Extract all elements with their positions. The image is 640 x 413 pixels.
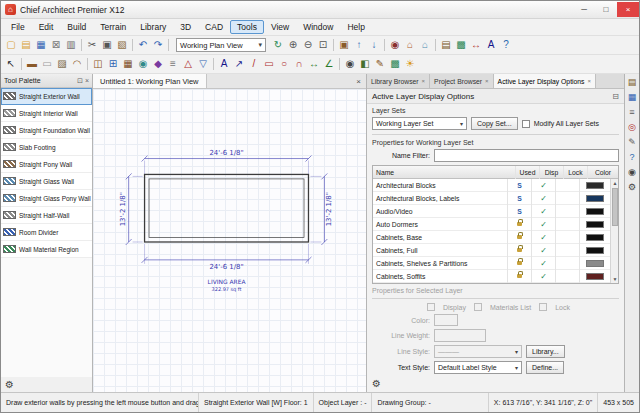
line-style-select[interactable]: ——— ▾ — [434, 345, 522, 358]
palette-item-straight-foundation-wall[interactable]: Straight Foundation Wall — [1, 122, 92, 139]
layer-display-cell[interactable]: ✓ — [532, 179, 556, 192]
zoom-in-icon[interactable]: ⊕ — [286, 38, 300, 53]
palette-item-straight-glass-wall[interactable]: Straight Glass Wall — [1, 173, 92, 190]
perspective-view-icon[interactable]: ⌂ — [403, 38, 417, 53]
material-eyedropper-icon[interactable]: ▩ — [388, 57, 402, 72]
dimension-tool-icon[interactable]: ↔ — [307, 57, 321, 72]
layer-lock-cell[interactable] — [556, 192, 580, 205]
layer-display-cell[interactable]: ✓ — [532, 244, 556, 257]
camera-view-icon[interactable]: ◉ — [388, 38, 402, 53]
rail-project-icon[interactable]: ▦ — [628, 93, 637, 102]
document-tab[interactable]: Untitled 1: Working Plan View — [93, 74, 207, 88]
menu-file[interactable]: File — [4, 20, 32, 34]
layer-lock-cell[interactable] — [556, 205, 580, 218]
select-objects-icon[interactable]: ↖ — [4, 57, 18, 72]
cut-icon[interactable]: ✂ — [85, 38, 99, 53]
layer-display-cell[interactable]: ✓ — [532, 231, 556, 244]
rail-layers-icon[interactable]: ≡ — [629, 108, 634, 117]
palette-item-straight-glass-pony-wall[interactable]: Straight Glass Pony Wall — [1, 190, 92, 207]
close-view-icon[interactable]: ⊠ — [49, 38, 63, 53]
furniture-tool-icon[interactable]: ◆ — [151, 57, 165, 72]
print-icon[interactable]: ▥ — [64, 38, 78, 53]
angle-dimension-icon[interactable]: ∠ — [322, 57, 336, 72]
layer-color-cell[interactable] — [580, 270, 610, 283]
curved-wall-icon[interactable]: ◠ — [70, 57, 84, 72]
palette-close-icon[interactable]: × — [85, 77, 89, 84]
library-icon[interactable]: ▤ — [439, 38, 453, 53]
sun-angle-icon[interactable]: ☀ — [403, 57, 417, 72]
rail-target-icon[interactable]: ◎ — [628, 123, 636, 132]
layer-lock-cell[interactable] — [556, 244, 580, 257]
layer-lock-cell[interactable] — [556, 231, 580, 244]
pin-icon[interactable]: ⊡ — [77, 77, 83, 85]
header-color[interactable]: Color — [588, 166, 618, 179]
layer-color-cell[interactable] — [580, 192, 610, 205]
layer-row[interactable]: Architectural Blocks, LabelsS✓ — [373, 192, 610, 205]
straight-wall-icon[interactable]: ▬ — [25, 57, 39, 72]
roof-tool-icon[interactable]: △ — [181, 57, 195, 72]
layer-lock-cell[interactable] — [556, 218, 580, 231]
layer-row[interactable]: Audio/VideoS✓ — [373, 205, 610, 218]
tab-project-browser[interactable]: Project Browser× — [430, 74, 494, 88]
layer-color-cell[interactable] — [580, 257, 610, 270]
menu-view[interactable]: View — [264, 20, 296, 34]
tab-close-icon[interactable]: × — [422, 78, 426, 84]
header-name[interactable]: Name — [373, 166, 516, 179]
maximize-button[interactable]: □ — [595, 2, 617, 17]
floor-up-icon[interactable]: ↑ — [352, 38, 366, 53]
palette-item-straight-exterior-wall[interactable]: Straight Exterior Wall — [1, 88, 92, 105]
palette-item-slab-footing[interactable]: Slab Footing — [1, 139, 92, 156]
dimension-icon[interactable]: ↔ — [469, 38, 483, 53]
menu-window[interactable]: Window — [296, 20, 340, 34]
layer-row[interactable]: Cabinets, Base✓ — [373, 231, 610, 244]
header-disp[interactable]: Disp — [540, 166, 564, 179]
rail-settings-icon[interactable]: ⚙ — [628, 183, 636, 192]
refresh-view-icon[interactable]: ↻ — [271, 38, 285, 53]
menu-build[interactable]: Build — [60, 20, 93, 34]
zoom-out-icon[interactable]: ⊖ — [301, 38, 315, 53]
scroll-down-icon[interactable]: ▼ — [611, 275, 619, 283]
layer-display-cell[interactable]: ✓ — [532, 257, 556, 270]
help-icon[interactable]: ? — [499, 38, 513, 53]
layer-lock-cell[interactable] — [556, 257, 580, 270]
cad-circle-icon[interactable]: ○ — [277, 57, 291, 72]
camera-tool-icon[interactable]: ◉ — [343, 57, 357, 72]
floor-down-icon[interactable]: ↓ — [367, 38, 381, 53]
cad-box-icon[interactable]: ▭ — [262, 57, 276, 72]
layer-color-cell[interactable] — [580, 244, 610, 257]
interior-wall-icon[interactable]: ▭ — [40, 57, 54, 72]
text-tool-icon[interactable]: A — [217, 57, 231, 72]
elevation-tool-icon[interactable]: ◧ — [358, 57, 372, 72]
plan-canvas[interactable]: 24'-6 1/8" 24'-6 1/8" 13'-2 1/8" 13'-2 1… — [93, 89, 366, 392]
menu-library[interactable]: Library — [133, 20, 173, 34]
layer-table-header[interactable]: Name Used Disp Lock Color — [373, 166, 618, 179]
layer-set-select[interactable]: Working Layer Set ▾ — [372, 117, 467, 130]
material-painter-icon[interactable]: ✎ — [373, 57, 387, 72]
copy-set-button[interactable]: Copy Set... — [471, 117, 518, 130]
layer-display-cell[interactable]: ✓ — [532, 192, 556, 205]
header-lock[interactable]: Lock — [564, 166, 588, 179]
materials-icon[interactable]: ▩ — [454, 38, 468, 53]
menu-cad[interactable]: CAD — [198, 20, 230, 34]
plan-view-selector[interactable]: Working Plan View ▾ — [176, 38, 266, 52]
layer-row[interactable]: Cabinets, Shelves & Partitions✓ — [373, 257, 610, 270]
layer-color-cell[interactable] — [580, 179, 610, 192]
tab-library-browser[interactable]: Library Browser× — [367, 74, 430, 88]
document-close-icon[interactable]: × — [351, 77, 366, 86]
minimize-button[interactable]: ─ — [573, 2, 595, 17]
reference-display-icon[interactable]: ▣ — [337, 38, 351, 53]
layer-display-cell[interactable]: ✓ — [532, 218, 556, 231]
door-tool-icon[interactable]: ◫ — [91, 57, 105, 72]
layer-row[interactable]: Auto Dormers✓ — [373, 218, 610, 231]
text-style-select[interactable]: Default Label Style ▾ — [434, 361, 522, 374]
modify-all-checkbox[interactable] — [522, 120, 530, 128]
glass-house-view-icon[interactable]: ⌂ — [418, 38, 432, 53]
header-used[interactable]: Used — [516, 166, 540, 179]
layer-lock-cell[interactable] — [556, 179, 580, 192]
menu-edit[interactable]: Edit — [32, 20, 61, 34]
save-plan-icon[interactable]: ▦ — [34, 38, 48, 53]
undo-icon[interactable]: ↶ — [136, 38, 150, 53]
library-button[interactable]: Library... — [526, 345, 565, 358]
name-filter-input[interactable] — [434, 149, 619, 162]
lock-checkbox[interactable] — [539, 303, 547, 311]
